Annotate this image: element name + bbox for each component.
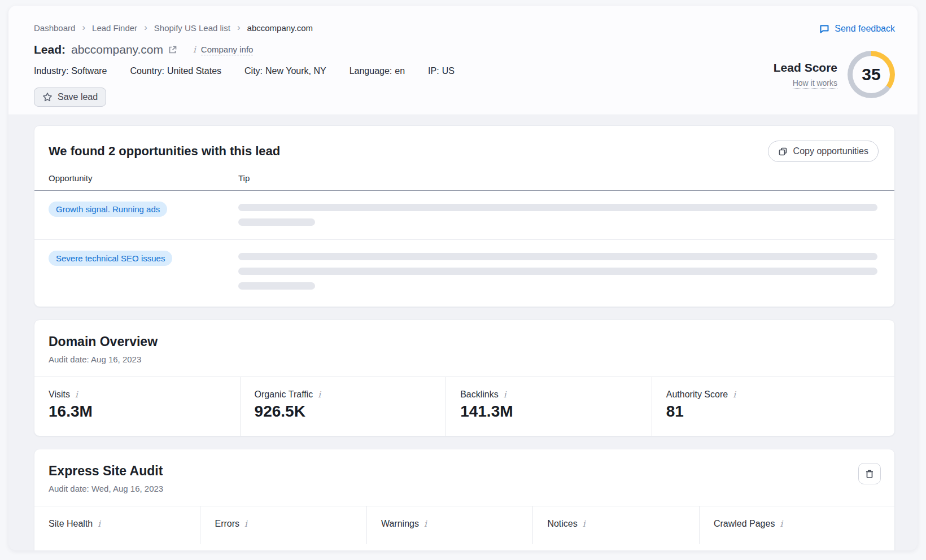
metric-value: 926.5K: [255, 403, 440, 421]
opportunity-badge: Growth signal. Running ads: [49, 202, 167, 217]
info-icon: i: [193, 46, 196, 54]
star-icon: [42, 92, 53, 102]
site-audit-audit-date: Audit date: Wed, Aug 16, 2023: [49, 484, 880, 493]
metric-organic-traffic: Organic Traffic i 926.5K: [240, 377, 446, 436]
meta-city: City:New Yourk, NY: [244, 66, 329, 76]
meta-industry: Industry:Software: [34, 66, 110, 76]
lead-score-ring: 35: [848, 51, 895, 98]
metric-label: Backlinks: [460, 390, 499, 400]
site-audit-card: Express Site Audit Audit date: Wed, Aug …: [34, 449, 895, 550]
breadcrumb: Dashboard › Lead Finder › Shopify US Lea…: [34, 23, 895, 33]
chevron-right-icon: ›: [144, 23, 147, 33]
meta-country: Country:United States: [130, 66, 225, 76]
lead-meta-row: Industry:Software Country:United States …: [34, 66, 895, 76]
opportunities-table-header: Opportunity Tip: [34, 171, 894, 191]
domain-metrics-row: Visits i 16.3M Organic Traffic i 926.5K …: [34, 377, 894, 436]
metric-value: 16.3M: [49, 403, 234, 421]
metric-backlinks: Backlinks i 141.3M: [445, 377, 652, 436]
column-opportunity: Opportunity: [49, 173, 238, 183]
trash-icon: [864, 469, 875, 479]
metric-label: Notices: [547, 519, 577, 529]
save-lead-label: Save lead: [58, 92, 98, 102]
domain-overview-card: Domain Overview Audit date: Aug 16, 2023…: [34, 320, 895, 436]
tip-placeholder-bar: [238, 204, 877, 211]
metric-label: Crawled Pages: [714, 519, 775, 529]
metric-label: Warnings: [381, 519, 419, 529]
send-feedback-label: Send feedback: [835, 24, 895, 34]
company-info-toggle[interactable]: i Company info: [193, 45, 253, 55]
tip-placeholder: [238, 202, 877, 226]
metric-label: Errors: [215, 519, 239, 529]
site-audit-title: Express Site Audit: [49, 463, 880, 479]
tip-placeholder: [238, 251, 877, 290]
info-icon[interactable]: i: [244, 520, 247, 528]
tip-placeholder-bar: [238, 282, 315, 290]
page-content: We found 2 opportunities with this lead …: [8, 115, 918, 550]
domain-overview-audit-date: Audit date: Aug 16, 2023: [49, 355, 880, 364]
chevron-right-icon: ›: [237, 23, 241, 33]
metric-label: Visits: [49, 390, 70, 400]
metric-value: 141.3M: [460, 403, 646, 421]
info-icon[interactable]: i: [583, 520, 586, 528]
metric-authority-score: Authority Score i 81: [652, 377, 894, 436]
metric-site-health: Site Health i: [34, 506, 200, 544]
lead-title-row: Lead: abccompany.com i Company info: [34, 43, 895, 56]
lead-domain: abccompany.com: [71, 43, 163, 56]
chevron-right-icon: ›: [82, 23, 85, 33]
feedback-bubble-icon: [819, 24, 829, 34]
delete-audit-button[interactable]: [858, 463, 881, 484]
main-panel: Dashboard › Lead Finder › Shopify US Lea…: [8, 6, 918, 550]
lead-score-value: 35: [853, 56, 890, 93]
metric-value: 81: [666, 403, 889, 421]
breadcrumb-lead-list[interactable]: Shopify US Lead list: [154, 23, 230, 33]
info-icon[interactable]: i: [98, 520, 101, 528]
lead-score-title: Lead Score: [774, 61, 837, 75]
tip-placeholder-bar: [238, 253, 877, 260]
info-icon[interactable]: i: [424, 520, 427, 528]
meta-ip: IP:US: [428, 66, 457, 76]
column-tip: Tip: [238, 173, 894, 183]
table-row: Growth signal. Running ads: [34, 191, 894, 240]
metric-warnings: Warnings i: [366, 506, 532, 544]
copy-opportunities-button[interactable]: Copy opportunities: [768, 141, 879, 162]
site-audit-metrics-row: Site Health i Errors i Warnings i: [34, 506, 894, 544]
metric-crawled-pages: Crawled Pages i: [699, 506, 894, 544]
info-icon[interactable]: i: [318, 391, 321, 399]
opportunities-title: We found 2 opportunities with this lead: [49, 141, 280, 159]
company-info-label: Company info: [201, 45, 254, 55]
lead-score-block: Lead Score How it works 35: [774, 51, 895, 98]
meta-language: Language:en: [350, 66, 408, 76]
lead-label: Lead:: [34, 43, 65, 56]
tip-placeholder-bar: [238, 268, 877, 275]
breadcrumb-lead-finder[interactable]: Lead Finder: [92, 23, 137, 33]
how-it-works-link[interactable]: How it works: [793, 78, 837, 89]
opportunities-card: We found 2 opportunities with this lead …: [34, 125, 895, 307]
save-lead-button[interactable]: Save lead: [34, 88, 106, 107]
table-row: Severe technical SEO issues: [34, 240, 894, 307]
copy-icon: [778, 147, 788, 156]
metric-notices: Notices i: [532, 506, 698, 544]
metric-errors: Errors i: [200, 506, 366, 544]
breadcrumb-dashboard[interactable]: Dashboard: [34, 23, 75, 33]
info-icon[interactable]: i: [504, 391, 506, 399]
metric-visits: Visits i 16.3M: [34, 377, 240, 436]
info-icon[interactable]: i: [780, 520, 783, 528]
page-header: Dashboard › Lead Finder › Shopify US Lea…: [8, 6, 918, 115]
metric-label: Site Health: [49, 519, 93, 529]
send-feedback-link[interactable]: Send feedback: [819, 24, 895, 34]
copy-opportunities-label: Copy opportunities: [793, 146, 868, 156]
opportunity-badge: Severe technical SEO issues: [49, 251, 172, 266]
info-icon[interactable]: i: [75, 391, 78, 399]
tip-placeholder-bar: [238, 218, 315, 226]
metric-label: Organic Traffic: [255, 390, 313, 400]
info-icon[interactable]: i: [733, 391, 736, 399]
breadcrumb-current: abccompany.com: [247, 23, 313, 33]
metric-label: Authority Score: [666, 390, 728, 400]
domain-overview-title: Domain Overview: [49, 334, 880, 349]
external-link-icon[interactable]: [168, 45, 177, 55]
